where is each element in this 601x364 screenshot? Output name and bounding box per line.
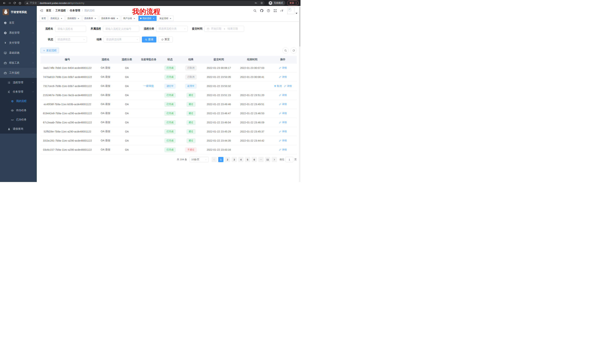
status-badge: 已完成 bbox=[165, 75, 176, 79]
detail-action[interactable]: 详情 bbox=[279, 75, 287, 79]
browser-reload-button[interactable] bbox=[12, 0, 17, 5]
tab-close-icon[interactable]: × bbox=[60, 17, 63, 20]
font-size-button[interactable]: TT bbox=[280, 9, 284, 12]
tab-user-group[interactable]: 用户分组× bbox=[121, 16, 137, 21]
pager-more-button[interactable] bbox=[258, 157, 263, 162]
sidebar-item-my-process[interactable]: 我的流程 bbox=[0, 96, 37, 106]
sidebar-item-payment-mgmt[interactable]: ¥支付管理 bbox=[0, 38, 37, 48]
pager-page-2[interactable]: 2 bbox=[225, 157, 230, 162]
process-definition-input[interactable] bbox=[103, 26, 139, 32]
detail-action[interactable]: 详情 bbox=[279, 148, 287, 151]
sidebar-item-system-mgmt[interactable]: 系统管理 bbox=[0, 28, 37, 38]
chevron-down-icon bbox=[136, 38, 138, 41]
table-row: 67c2eaab-7b9a-11ec-a290-acde48001122OA 请… bbox=[40, 118, 297, 127]
detail-action[interactable]: 详情 bbox=[279, 66, 287, 70]
avatar[interactable] bbox=[287, 7, 294, 14]
sidebar-item-todo-task[interactable]: 待办任务 bbox=[0, 106, 37, 115]
detail-action[interactable]: 详情 bbox=[279, 130, 287, 133]
sidebar-item-label: 流程管理 bbox=[13, 81, 23, 84]
tab-close-icon[interactable]: × bbox=[152, 17, 155, 20]
sidebar-item-process-mgmt[interactable]: 流程管理 bbox=[0, 78, 37, 87]
app-logo[interactable]: 芋道管理系统 bbox=[0, 6, 37, 18]
result-select[interactable]: 请选择流结果 bbox=[104, 37, 140, 42]
tab-start-process[interactable]: 发起流程× bbox=[158, 16, 173, 21]
column-header: 结果 bbox=[180, 56, 202, 63]
tab-process-form-edit[interactable]: 流程表单-编辑× bbox=[99, 16, 120, 21]
user-avatar-menu[interactable] bbox=[287, 7, 298, 14]
tab-close-icon[interactable]: × bbox=[116, 17, 119, 20]
security-label[interactable]: 不安全 bbox=[30, 1, 37, 5]
sidebar-collapse-button[interactable] bbox=[40, 9, 43, 12]
sidebar-item-infrastructure[interactable]: 基础设施 bbox=[0, 48, 37, 58]
detail-action[interactable]: 详情 bbox=[284, 84, 292, 88]
detail-action[interactable]: 详情 bbox=[279, 103, 287, 106]
breadcrumb-item[interactable]: 任务管理 bbox=[70, 9, 80, 12]
status-select[interactable]: 请选择状态 bbox=[55, 37, 87, 42]
sidebar-item-workflow[interactable]: 工作流程 bbox=[0, 68, 37, 78]
fullscreen-button[interactable] bbox=[273, 9, 277, 12]
page-size-select[interactable]: 10条/页 bbox=[190, 157, 209, 162]
goto-page-input[interactable] bbox=[285, 157, 293, 162]
browser-menu-icon[interactable] bbox=[296, 2, 296, 4]
breadcrumb-item[interactable]: 首页 bbox=[46, 9, 51, 12]
cell-category: OA bbox=[117, 127, 137, 136]
tab-home[interactable]: 首页 bbox=[40, 16, 48, 21]
browser-home-button[interactable] bbox=[18, 0, 22, 5]
pager-next-button[interactable] bbox=[272, 157, 277, 162]
submit-time-range-picker[interactable]: 开始日期 - 结束日期 bbox=[204, 26, 244, 32]
search-button[interactable]: 搜索 bbox=[142, 37, 156, 42]
window-scrollbar[interactable] bbox=[299, 6, 300, 182]
browser-forward-button[interactable] bbox=[7, 0, 12, 5]
breadcrumb-item[interactable]: 工作流程 bbox=[55, 9, 66, 12]
cell-actions: 详情 bbox=[269, 109, 297, 118]
category-select[interactable]: 请选择流程分类 bbox=[156, 26, 188, 32]
tab-close-icon[interactable]: × bbox=[77, 17, 80, 20]
cell-actions: 详情 bbox=[269, 118, 297, 127]
pager-page-4[interactable]: 4 bbox=[238, 157, 243, 162]
help-button[interactable] bbox=[267, 9, 270, 12]
tab-process-model[interactable]: 流程模型× bbox=[66, 16, 81, 21]
detail-action[interactable]: 详情 bbox=[279, 112, 287, 115]
tab-process-definition[interactable]: 流程定义× bbox=[49, 16, 64, 21]
scrollbar-thumb[interactable] bbox=[299, 7, 300, 47]
browser-update-button[interactable]: 更新 bbox=[287, 0, 299, 6]
status-badge: 已完成 bbox=[165, 102, 176, 107]
cell-current-task bbox=[137, 127, 160, 136]
header-search-button[interactable] bbox=[253, 9, 257, 12]
start-process-button[interactable]: 发起流程 bbox=[40, 48, 59, 53]
process-name-input[interactable] bbox=[55, 26, 86, 32]
password-key-button[interactable] bbox=[254, 1, 258, 5]
bookmark-star-button[interactable] bbox=[260, 1, 264, 5]
toggle-search-button[interactable] bbox=[282, 47, 289, 54]
cell-result: 已取消 bbox=[180, 63, 202, 73]
detail-action[interactable]: 详情 bbox=[279, 94, 287, 97]
tab-my-process[interactable]: 我的流程× bbox=[138, 16, 157, 21]
address-bar[interactable]: 不安全 dashboard.yudao.iocoder.cn/bpm/task/… bbox=[24, 1, 265, 5]
sidebar-item-task-mgmt[interactable]: 任务管理 bbox=[0, 87, 37, 96]
detail-action[interactable]: 详情 bbox=[279, 139, 287, 142]
reset-button[interactable]: 重置 bbox=[158, 37, 173, 42]
tab-close-icon[interactable]: × bbox=[94, 17, 97, 20]
current-task-link[interactable]: 一级审批 bbox=[144, 84, 154, 87]
pager-page-6[interactable]: 6 bbox=[252, 157, 257, 162]
pager: 12345611 bbox=[211, 157, 277, 162]
cancel-action[interactable]: 取消 bbox=[274, 84, 282, 88]
pager-page-1[interactable]: 1 bbox=[218, 157, 223, 162]
browser-back-button[interactable] bbox=[2, 0, 7, 5]
pager-page-3[interactable]: 3 bbox=[232, 157, 237, 162]
sidebar-item-leave-query[interactable]: 请假查询 bbox=[0, 124, 37, 134]
tab-process-form[interactable]: 流程表单× bbox=[82, 16, 98, 21]
tab-close-icon[interactable]: × bbox=[133, 17, 136, 20]
sidebar-item-dev-tools[interactable]: 研发工具 bbox=[0, 58, 37, 68]
toolbar: 发起流程 bbox=[40, 47, 297, 54]
sidebar-item-done-task[interactable]: 已办任务 bbox=[0, 115, 37, 124]
refresh-table-button[interactable] bbox=[290, 47, 297, 54]
tab-close-icon[interactable]: × bbox=[169, 17, 172, 20]
github-link[interactable] bbox=[260, 9, 263, 12]
refresh-icon bbox=[161, 38, 164, 41]
detail-action[interactable]: 详情 bbox=[279, 121, 287, 124]
pager-prev-button[interactable] bbox=[211, 157, 217, 162]
sidebar-item-home[interactable]: 首页 bbox=[0, 18, 37, 28]
pager-page-5[interactable]: 5 bbox=[245, 157, 250, 162]
pager-page-11[interactable]: 11 bbox=[265, 157, 270, 162]
